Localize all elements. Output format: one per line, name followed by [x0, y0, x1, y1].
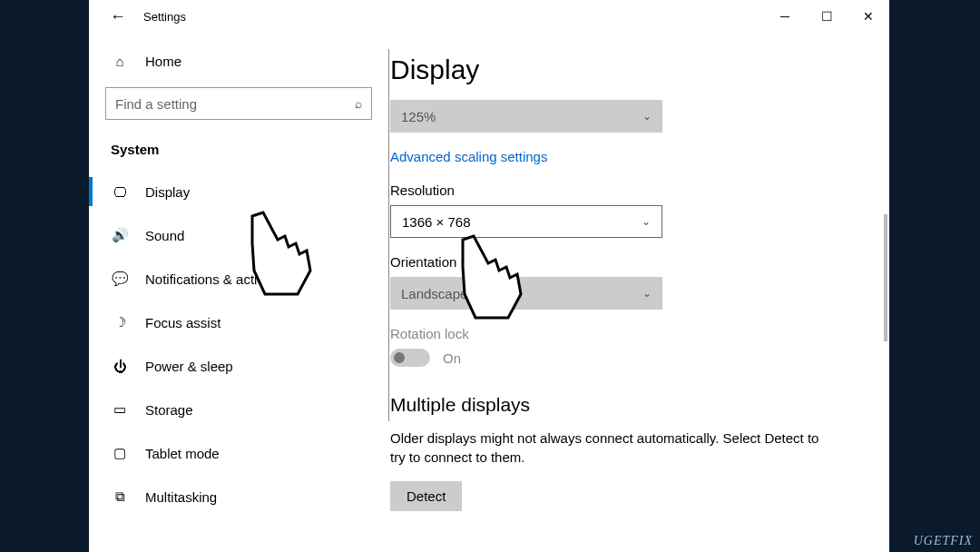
search-icon: ⌕	[355, 96, 362, 111]
storage-icon: ▭	[111, 401, 129, 418]
resolution-label: Resolution	[390, 182, 862, 198]
sidebar-item-label: Focus assist	[145, 315, 220, 330]
sidebar-item-label: Notifications & actions	[145, 271, 279, 287]
focus-assist-icon: ☽	[111, 314, 129, 330]
sidebar-item-tablet-mode[interactable]: ▢ Tablet mode	[89, 431, 388, 475]
orientation-value: Landscape	[401, 286, 467, 301]
sidebar-item-storage[interactable]: ▭ Storage	[89, 388, 388, 431]
sidebar-item-label: Multitasking	[145, 489, 217, 505]
rotation-lock-label: Rotation lock	[390, 326, 862, 341]
sidebar: ⌂ Home Find a setting ⌕ System 🖵 Display…	[89, 33, 388, 552]
settings-window: ← Settings ─ ☐ ✕ ⌂ Home Find a setting ⌕…	[89, 0, 889, 552]
content-pane: Display 125% ⌄ Advanced scaling settings…	[388, 33, 889, 552]
multiple-displays-heading: Multiple displays	[390, 394, 862, 416]
sidebar-item-notifications[interactable]: 💬 Notifications & actions	[89, 257, 388, 301]
sidebar-item-power-sleep[interactable]: ⏻ Power & sleep	[89, 344, 388, 388]
sidebar-item-display[interactable]: 🖵 Display	[89, 170, 388, 213]
sidebar-item-label: Display	[145, 184, 190, 200]
sidebar-item-focus-assist[interactable]: ☽ Focus assist	[89, 301, 388, 344]
watermark: UGETFIX	[914, 534, 973, 548]
sidebar-item-sound[interactable]: 🔊 Sound	[89, 213, 388, 257]
orientation-dropdown[interactable]: Landscape ⌄	[390, 277, 662, 310]
maximize-button[interactable]: ☐	[806, 2, 848, 31]
scale-value: 125%	[401, 109, 436, 124]
window-controls: ─ ☐ ✕	[764, 2, 889, 31]
arrow-left-icon: ←	[110, 7, 126, 26]
tablet-icon: ▢	[111, 445, 129, 461]
orientation-label: Orientation	[390, 254, 862, 270]
search-input[interactable]: Find a setting ⌕	[105, 87, 372, 120]
minimize-icon: ─	[780, 9, 789, 24]
chevron-down-icon: ⌄	[642, 287, 652, 300]
sidebar-item-label: Tablet mode	[145, 446, 220, 461]
resolution-dropdown[interactable]: 1366 × 768 ⌄	[390, 205, 662, 238]
sidebar-item-label: Power & sleep	[145, 359, 233, 374]
advanced-scaling-link[interactable]: Advanced scaling settings	[390, 149, 862, 164]
rotation-lock-state: On	[443, 350, 461, 366]
rotation-lock-toggle[interactable]	[390, 349, 430, 367]
chevron-down-icon: ⌄	[642, 215, 651, 228]
close-icon: ✕	[863, 9, 874, 24]
page-title: Display	[390, 54, 862, 85]
sidebar-item-label: Storage	[145, 402, 193, 418]
notifications-icon: 💬	[111, 271, 129, 287]
home-icon: ⌂	[111, 54, 129, 69]
multitasking-icon: ⧉	[111, 488, 129, 505]
resolution-value: 1366 × 768	[402, 214, 471, 230]
scale-dropdown[interactable]: 125% ⌄	[390, 100, 662, 133]
titlebar: ← Settings ─ ☐ ✕	[89, 0, 889, 33]
chevron-down-icon: ⌄	[642, 110, 652, 123]
maximize-icon: ☐	[821, 9, 833, 24]
sidebar-item-multitasking[interactable]: ⧉ Multitasking	[89, 475, 388, 518]
detect-button[interactable]: Detect	[390, 481, 462, 511]
rotation-lock-row: On	[390, 349, 862, 367]
sidebar-category: System	[89, 136, 388, 170]
window-title: Settings	[143, 10, 186, 24]
sidebar-item-label: Sound	[145, 228, 184, 243]
display-icon: 🖵	[111, 184, 129, 200]
minimize-button[interactable]: ─	[764, 2, 806, 31]
scrollbar[interactable]	[884, 214, 887, 341]
window-body: ⌂ Home Find a setting ⌕ System 🖵 Display…	[89, 33, 889, 552]
home-nav[interactable]: ⌂ Home	[89, 42, 388, 80]
home-label: Home	[145, 54, 181, 69]
sound-icon: 🔊	[111, 227, 129, 243]
multiple-displays-body: Older displays might not always connect …	[390, 429, 826, 467]
back-button[interactable]: ←	[105, 4, 131, 29]
close-button[interactable]: ✕	[848, 2, 889, 31]
search-placeholder: Find a setting	[115, 96, 355, 112]
power-icon: ⏻	[111, 359, 129, 374]
